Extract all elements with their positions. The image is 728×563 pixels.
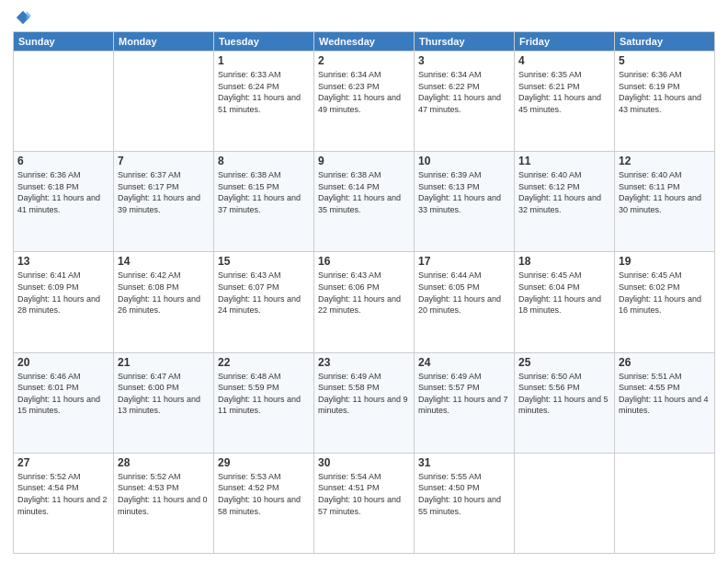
day-info: Sunrise: 6:38 AM Sunset: 6:14 PM Dayligh…	[318, 169, 410, 215]
day-info: Sunrise: 6:36 AM Sunset: 6:18 PM Dayligh…	[17, 169, 109, 215]
day-number: 10	[418, 155, 510, 167]
day-of-week-header: Wednesday	[314, 32, 415, 52]
calendar-cell	[14, 52, 114, 152]
day-info: Sunrise: 6:34 AM Sunset: 6:22 PM Dayligh…	[418, 69, 510, 115]
day-info: Sunrise: 6:48 AM Sunset: 5:59 PM Dayligh…	[218, 371, 310, 417]
day-info: Sunrise: 6:41 AM Sunset: 6:09 PM Dayligh…	[17, 270, 109, 316]
day-info: Sunrise: 6:37 AM Sunset: 6:17 PM Dayligh…	[118, 169, 210, 215]
calendar-cell: 5Sunrise: 6:36 AM Sunset: 6:19 PM Daylig…	[615, 52, 715, 152]
day-number: 8	[218, 155, 310, 167]
day-of-week-header: Monday	[114, 32, 214, 52]
day-info: Sunrise: 6:39 AM Sunset: 6:13 PM Dayligh…	[418, 169, 510, 215]
day-number: 1	[218, 54, 310, 67]
calendar-cell: 25Sunrise: 6:50 AM Sunset: 5:56 PM Dayli…	[515, 352, 615, 453]
day-number: 13	[17, 255, 109, 268]
calendar-cell: 26Sunrise: 5:51 AM Sunset: 4:55 PM Dayli…	[615, 352, 715, 453]
calendar-cell: 15Sunrise: 6:43 AM Sunset: 6:07 PM Dayli…	[214, 252, 314, 352]
day-info: Sunrise: 5:54 AM Sunset: 4:51 PM Dayligh…	[318, 471, 410, 517]
day-number: 19	[619, 255, 711, 268]
logo	[13, 9, 31, 26]
day-of-week-header: Sunday	[14, 32, 114, 52]
calendar-cell: 28Sunrise: 5:52 AM Sunset: 4:53 PM Dayli…	[114, 453, 214, 553]
day-number: 22	[218, 356, 310, 369]
day-info: Sunrise: 6:35 AM Sunset: 6:21 PM Dayligh…	[518, 69, 610, 115]
calendar-cell: 20Sunrise: 6:46 AM Sunset: 6:01 PM Dayli…	[14, 352, 114, 453]
day-number: 16	[318, 255, 410, 268]
day-number: 7	[118, 155, 210, 167]
day-number: 18	[518, 255, 610, 268]
day-number: 26	[619, 356, 711, 369]
calendar-header-row: SundayMondayTuesdayWednesdayThursdayFrid…	[14, 32, 715, 52]
day-number: 30	[318, 456, 410, 469]
calendar: SundayMondayTuesdayWednesdayThursdayFrid…	[13, 31, 715, 554]
calendar-cell: 19Sunrise: 6:45 AM Sunset: 6:02 PM Dayli…	[615, 252, 715, 352]
calendar-cell: 10Sunrise: 6:39 AM Sunset: 6:13 PM Dayli…	[415, 152, 515, 252]
day-info: Sunrise: 6:42 AM Sunset: 6:08 PM Dayligh…	[118, 270, 210, 316]
calendar-cell: 11Sunrise: 6:40 AM Sunset: 6:12 PM Dayli…	[515, 152, 615, 252]
day-of-week-header: Saturday	[615, 32, 715, 52]
day-number: 31	[418, 456, 510, 469]
calendar-cell: 14Sunrise: 6:42 AM Sunset: 6:08 PM Dayli…	[114, 252, 214, 352]
day-number: 6	[17, 155, 109, 167]
day-info: Sunrise: 5:52 AM Sunset: 4:53 PM Dayligh…	[118, 471, 210, 517]
calendar-cell: 4Sunrise: 6:35 AM Sunset: 6:21 PM Daylig…	[515, 52, 615, 152]
day-info: Sunrise: 6:34 AM Sunset: 6:23 PM Dayligh…	[318, 69, 410, 115]
calendar-cell: 17Sunrise: 6:44 AM Sunset: 6:05 PM Dayli…	[415, 252, 515, 352]
day-info: Sunrise: 6:47 AM Sunset: 6:00 PM Dayligh…	[118, 371, 210, 417]
day-number: 20	[17, 356, 109, 369]
day-number: 15	[218, 255, 310, 268]
day-info: Sunrise: 5:53 AM Sunset: 4:52 PM Dayligh…	[218, 471, 310, 517]
calendar-week-row: 6Sunrise: 6:36 AM Sunset: 6:18 PM Daylig…	[14, 152, 715, 252]
day-number: 28	[118, 456, 210, 469]
calendar-cell: 2Sunrise: 6:34 AM Sunset: 6:23 PM Daylig…	[314, 52, 415, 152]
calendar-cell: 24Sunrise: 6:49 AM Sunset: 5:57 PM Dayli…	[415, 352, 515, 453]
day-info: Sunrise: 6:49 AM Sunset: 5:58 PM Dayligh…	[318, 371, 410, 417]
day-info: Sunrise: 6:43 AM Sunset: 6:06 PM Dayligh…	[318, 270, 410, 316]
calendar-cell: 13Sunrise: 6:41 AM Sunset: 6:09 PM Dayli…	[14, 252, 114, 352]
day-info: Sunrise: 6:40 AM Sunset: 6:12 PM Dayligh…	[518, 169, 610, 215]
day-number: 5	[619, 54, 711, 67]
calendar-cell	[515, 453, 615, 553]
day-of-week-header: Friday	[515, 32, 615, 52]
day-number: 9	[318, 155, 410, 167]
calendar-cell: 27Sunrise: 5:52 AM Sunset: 4:54 PM Dayli…	[14, 453, 114, 553]
day-info: Sunrise: 6:36 AM Sunset: 6:19 PM Dayligh…	[619, 69, 711, 115]
day-info: Sunrise: 5:55 AM Sunset: 4:50 PM Dayligh…	[418, 471, 510, 517]
calendar-cell: 7Sunrise: 6:37 AM Sunset: 6:17 PM Daylig…	[114, 152, 214, 252]
day-info: Sunrise: 5:52 AM Sunset: 4:54 PM Dayligh…	[17, 471, 109, 517]
day-info: Sunrise: 6:43 AM Sunset: 6:07 PM Dayligh…	[218, 270, 310, 316]
day-number: 4	[518, 54, 610, 67]
day-number: 23	[318, 356, 410, 369]
calendar-cell: 16Sunrise: 6:43 AM Sunset: 6:06 PM Dayli…	[314, 252, 415, 352]
day-number: 17	[418, 255, 510, 268]
calendar-week-row: 27Sunrise: 5:52 AM Sunset: 4:54 PM Dayli…	[14, 453, 715, 553]
day-number: 27	[17, 456, 109, 469]
calendar-cell: 3Sunrise: 6:34 AM Sunset: 6:22 PM Daylig…	[415, 52, 515, 152]
calendar-cell: 1Sunrise: 6:33 AM Sunset: 6:24 PM Daylig…	[214, 52, 314, 152]
calendar-cell: 12Sunrise: 6:40 AM Sunset: 6:11 PM Dayli…	[615, 152, 715, 252]
day-info: Sunrise: 6:38 AM Sunset: 6:15 PM Dayligh…	[218, 169, 310, 215]
day-of-week-header: Tuesday	[214, 32, 314, 52]
day-info: Sunrise: 6:45 AM Sunset: 6:04 PM Dayligh…	[518, 270, 610, 316]
calendar-cell	[114, 52, 214, 152]
calendar-cell: 6Sunrise: 6:36 AM Sunset: 6:18 PM Daylig…	[14, 152, 114, 252]
day-number: 14	[118, 255, 210, 268]
day-of-week-header: Thursday	[415, 32, 515, 52]
calendar-cell: 8Sunrise: 6:38 AM Sunset: 6:15 PM Daylig…	[214, 152, 314, 252]
day-info: Sunrise: 6:50 AM Sunset: 5:56 PM Dayligh…	[518, 371, 610, 417]
calendar-cell: 29Sunrise: 5:53 AM Sunset: 4:52 PM Dayli…	[214, 453, 314, 553]
day-number: 11	[518, 155, 610, 167]
day-number: 2	[318, 54, 410, 67]
calendar-cell: 9Sunrise: 6:38 AM Sunset: 6:14 PM Daylig…	[314, 152, 415, 252]
calendar-week-row: 20Sunrise: 6:46 AM Sunset: 6:01 PM Dayli…	[14, 352, 715, 453]
day-info: Sunrise: 6:44 AM Sunset: 6:05 PM Dayligh…	[418, 270, 510, 316]
day-info: Sunrise: 6:33 AM Sunset: 6:24 PM Dayligh…	[218, 69, 310, 115]
day-number: 25	[518, 356, 610, 369]
day-info: Sunrise: 6:46 AM Sunset: 6:01 PM Dayligh…	[17, 371, 109, 417]
calendar-cell: 30Sunrise: 5:54 AM Sunset: 4:51 PM Dayli…	[314, 453, 415, 553]
calendar-cell: 18Sunrise: 6:45 AM Sunset: 6:04 PM Dayli…	[515, 252, 615, 352]
header	[13, 9, 715, 26]
page: SundayMondayTuesdayWednesdayThursdayFrid…	[0, 0, 728, 563]
calendar-cell: 21Sunrise: 6:47 AM Sunset: 6:00 PM Dayli…	[114, 352, 214, 453]
day-number: 12	[619, 155, 711, 167]
